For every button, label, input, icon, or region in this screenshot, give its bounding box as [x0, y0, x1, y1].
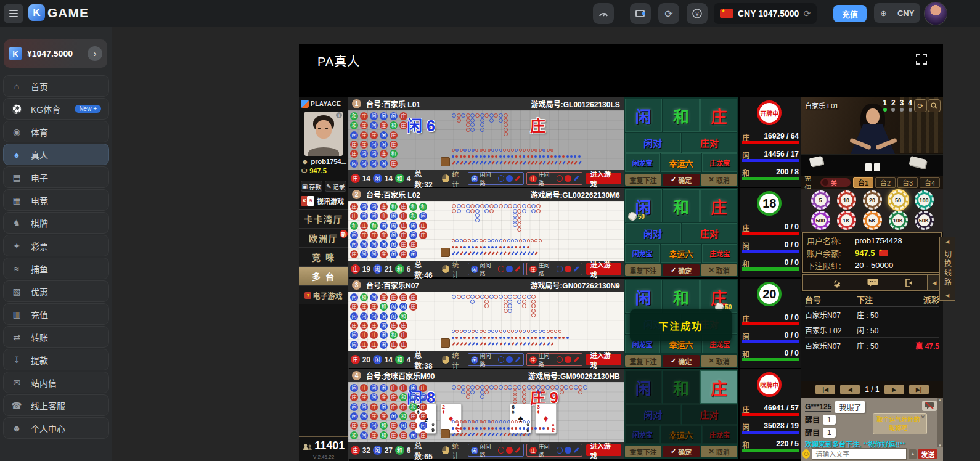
fullscreen-icon[interactable] — [915, 53, 928, 65]
bet-player[interactable]: 闲 — [625, 370, 662, 404]
bet-player-dragon[interactable]: 闲龙宝 — [625, 244, 660, 263]
confirm-button[interactable]: ✓确定 — [663, 446, 700, 457]
camera-3[interactable]: 3 — [900, 99, 904, 112]
chip-10K[interactable]: 10K — [889, 211, 908, 230]
video-zoom-icon[interactable] — [928, 99, 941, 112]
table-tab-4[interactable]: 台4 — [920, 177, 940, 188]
video-refresh-icon[interactable]: ⟳ — [914, 99, 927, 112]
ask-road-banker[interactable]: 庄 庄问路 — [526, 444, 582, 457]
table-tab-2[interactable]: 台2 — [875, 177, 896, 188]
sidebar-item-support[interactable]: ☎线上客服 — [3, 394, 109, 416]
switch-line-tab[interactable]: ◀ 切换线路 ◀ — [939, 237, 955, 301]
chip-50K[interactable]: 50K — [915, 211, 934, 230]
sidebar-item-lottery[interactable]: ✦彩票 — [3, 235, 109, 256]
cancel-button[interactable]: ✕取消 — [701, 174, 738, 186]
enter-game-button[interactable]: 进入游戏 — [586, 354, 621, 365]
bet-banker-dragon[interactable]: 庄龙宝 — [702, 244, 737, 263]
rebet-button[interactable]: 重复下注 — [625, 174, 662, 186]
chip-50[interactable]: 50 — [889, 190, 908, 210]
bet-lucky6[interactable]: 幸运六 — [661, 244, 702, 263]
sidebar-item-gift[interactable]: ▧优惠 — [3, 280, 109, 302]
stats-pie-icon[interactable] — [442, 265, 450, 273]
stats-pie-icon[interactable] — [442, 174, 450, 182]
table-tab-3[interactable]: 台3 — [897, 177, 918, 188]
language-currency-selector[interactable]: ⊕ CNY — [874, 3, 920, 23]
sidebar-item-cards[interactable]: ♠真人 — [3, 144, 109, 165]
enter-game-button[interactable]: 进入游戏 — [586, 263, 621, 275]
bet-player-pair[interactable]: 闲对 — [625, 133, 681, 153]
rebet-button[interactable]: 重复下注 — [625, 264, 662, 276]
sidebar-item-user[interactable]: ☻个人中心 — [3, 417, 109, 439]
chip-10[interactable]: 10 — [837, 190, 856, 210]
currency-exchange-icon[interactable]: ¥ — [687, 3, 708, 24]
brand-logo[interactable]: K GAME — [28, 4, 89, 21]
balance-refresh-icon[interactable]: ⟳ — [803, 9, 811, 18]
sidebar-item-basketball[interactable]: ◉体育 — [3, 121, 109, 142]
ask-road-player[interactable]: 闲 闲问路 — [468, 353, 524, 366]
chat-input[interactable] — [812, 448, 907, 460]
prev-page-button[interactable]: ◀ — [840, 385, 860, 394]
bet-lucky6[interactable]: 幸运六 — [661, 153, 702, 172]
hall-item[interactable]: 多 台 — [299, 266, 348, 285]
sidebar-item-transfer[interactable]: ⇄转账 — [3, 326, 109, 348]
wallet-card-icon[interactable] — [630, 3, 651, 24]
wallet-expand-icon[interactable]: › — [88, 46, 102, 61]
no-commission-toggle[interactable]: 关 — [820, 178, 851, 187]
camera-4[interactable]: 4 — [908, 99, 912, 112]
table-tab-1[interactable]: 台1 — [853, 177, 873, 188]
sidebar-item-soccer[interactable]: ⚽KG体育New + — [3, 98, 109, 120]
player-avatar[interactable]: i — [304, 112, 343, 156]
ask-road-player[interactable]: 闲 闲问路 — [468, 172, 524, 185]
bet-player[interactable]: 闲 — [625, 99, 662, 132]
last-page-button[interactable]: ▶| — [909, 385, 929, 394]
speed-gauge-icon[interactable] — [593, 3, 614, 24]
bet-lucky6[interactable]: 幸运六 — [661, 425, 702, 444]
cancel-button[interactable]: ✕取消 — [701, 264, 738, 276]
ask-road-banker[interactable]: 庄 庄问路 — [526, 263, 582, 275]
video-games-item[interactable]: K9 视讯游戏 — [299, 193, 348, 209]
refresh-icon[interactable]: ⟳ — [658, 3, 679, 24]
bet-tie[interactable]: 和 — [663, 99, 700, 132]
sidebar-item-gamepad[interactable]: ▦电竞 — [3, 189, 109, 211]
confirm-button[interactable]: ✓确定 — [663, 174, 700, 186]
sidebar-item-home[interactable]: ⌂首页 — [3, 75, 109, 97]
bet-tie[interactable]: 和 — [663, 280, 700, 313]
stats-pie-icon[interactable] — [442, 356, 450, 364]
close-icon[interactable]: ✕ — [920, 414, 925, 421]
stats-pie-icon[interactable] — [442, 446, 450, 454]
bet-tie[interactable]: 和 — [663, 370, 700, 404]
chip-5K[interactable]: 5K — [863, 211, 882, 230]
bet-banker[interactable]: 庄 — [700, 370, 737, 404]
emoji-icon[interactable]: ☺ — [802, 449, 810, 459]
bet-player[interactable]: 闲 — [625, 280, 662, 313]
bet-player[interactable]: 闲50 — [625, 189, 662, 222]
bet-banker-pair[interactable]: 庄对 — [682, 404, 738, 425]
first-page-button[interactable]: |◀ — [815, 385, 835, 394]
bet-player-pair[interactable]: 闲对 — [625, 404, 681, 425]
camera-1[interactable]: 1 — [883, 99, 887, 112]
hall-item[interactable]: 7电子游戏 — [299, 285, 348, 304]
rebet-button[interactable]: 重复下注 — [625, 446, 662, 457]
enter-game-button[interactable]: 进入游戏 — [586, 173, 621, 184]
ask-road-player[interactable]: 闲 闲问路 — [468, 263, 524, 275]
sidebar-item-wallet[interactable]: ▥充值 — [3, 303, 109, 325]
live-video[interactable]: 白家乐 L01 1234 ⟳ — [801, 97, 943, 176]
bet-banker[interactable]: 庄 — [700, 189, 737, 222]
chip-1K[interactable]: 1K — [837, 211, 856, 230]
ask-road-banker[interactable]: 庄 庄问路 — [526, 353, 582, 366]
cancel-button[interactable]: ✕取消 — [701, 355, 738, 367]
sidebar-item-chess[interactable]: ♞棋牌 — [3, 212, 109, 234]
chip-100[interactable]: 100 — [915, 190, 934, 210]
bet-player-pair[interactable]: 闲对 — [625, 223, 681, 243]
hamburger-menu-icon[interactable] — [4, 4, 23, 23]
settings-gear-icon[interactable] — [831, 277, 841, 288]
hall-item[interactable]: 卡卡湾厅 — [299, 209, 348, 228]
next-page-button[interactable]: ▶ — [884, 385, 904, 394]
chat-scrollbar[interactable] — [937, 398, 943, 447]
rebet-button[interactable]: 重复下注 — [625, 355, 662, 367]
user-avatar[interactable] — [925, 2, 947, 25]
bet-banker-pair[interactable]: 庄对 — [682, 223, 738, 243]
bet-banker-dragon[interactable]: 庄龙宝 — [702, 425, 737, 444]
confirm-button[interactable]: ✓确定 — [663, 355, 700, 367]
info-icon[interactable]: i — [336, 112, 342, 118]
